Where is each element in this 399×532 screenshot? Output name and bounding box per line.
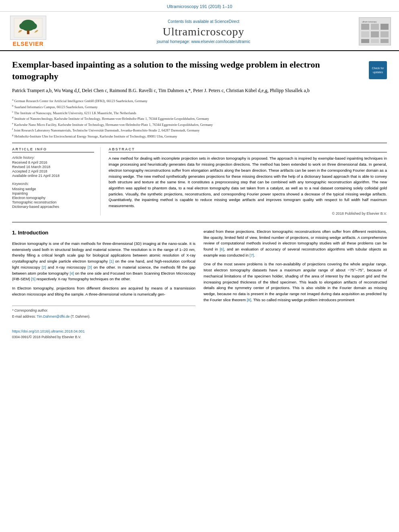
svg-rect-12 <box>380 31 389 37</box>
intro-para-right1: erated from these projections. Electron … <box>204 229 387 259</box>
authors: Patrick Trampert a,b, Wu Wang d,f, Delei… <box>12 87 387 94</box>
introduction-heading: 1. Introduction <box>12 229 195 237</box>
affiliation-c: c The Institute of Nanoscopy, Maastricht… <box>12 110 387 116</box>
ref-5: [5] <box>31 277 36 281</box>
svg-rect-13 <box>361 39 369 43</box>
svg-rect-9 <box>380 24 389 30</box>
article-title-section: Exemplar-based inpainting as a solution … <box>12 59 387 82</box>
ref-4: [4] <box>70 271 74 275</box>
affiliation-b: b Saarland Informatics Campus, 66123 Saa… <box>12 104 387 110</box>
history-label: Article history: <box>12 156 94 160</box>
sciencedirect-link[interactable]: ScienceDirect <box>214 19 239 24</box>
article-info-heading: ARTICLE INFO <box>12 147 94 152</box>
abstract-copyright: © 2018 Published by Elsevier B.V. <box>109 212 387 216</box>
svg-text:ultram icroscopy: ultram icroscopy <box>362 21 377 23</box>
article-title: Exemplar-based inpainting as a solution … <box>12 59 331 82</box>
journal-homepage: journal homepage: www.elsevier.com/locat… <box>48 39 359 44</box>
ref-6: [6] <box>220 247 224 251</box>
body-col-right: erated from these projections. Electron … <box>204 229 387 340</box>
svg-point-2 <box>19 23 27 29</box>
affiliation-g: g Helmholtz-Institute Ulm for Electroche… <box>12 133 387 139</box>
top-bar: Ultramicroscopy 191 (2018) 1–10 <box>0 0 399 12</box>
footnote-section: * Corresponding author. E-mail address: … <box>12 306 195 319</box>
keyword-electron-tomography: Electron tomography <box>12 196 94 200</box>
article-info-abstract: ARTICLE INFO Article history: Received 8… <box>12 147 387 215</box>
abstract-text: A new method for dealing with incomplete… <box>109 156 387 209</box>
affiliation-a: a German Research Center for Artificial … <box>12 98 387 104</box>
revised-date: Revised 16 March 2018 <box>12 165 94 169</box>
footer-copyright: 0304-3991/© 2018 Published by Elsevier B… <box>12 335 195 340</box>
intro-para1: Electron tomography is one of the main m… <box>12 241 195 282</box>
ref-3: [3] <box>88 265 92 269</box>
doi-link[interactable]: https://doi.org/10.1016/j.ultramic.2018.… <box>12 329 85 333</box>
elsevier-logo-image <box>10 16 46 40</box>
affiliation-e: e Karlsruhe Nano Micro Facility, Karlsru… <box>12 121 387 127</box>
svg-rect-15 <box>380 39 389 43</box>
intro-para2: In Electron tomography, projections from… <box>12 286 195 297</box>
available-date: Available online 21 April 2018 <box>12 174 94 178</box>
journal-reference: Ultramicroscopy 191 (2018) 1–10 <box>165 2 234 10</box>
elsevier-label: ELSEVIER <box>12 41 43 47</box>
abstract-heading: ABSTRACT <box>109 147 387 152</box>
keyword-missing-wedge: Missing wedge <box>12 187 94 191</box>
svg-rect-7 <box>361 24 369 30</box>
received-date: Received 8 April 2016 <box>12 160 94 164</box>
ref-2: [2] <box>42 265 46 269</box>
footnote-email-link[interactable]: Tim.Dahmen@dfki.de <box>37 314 70 318</box>
body-divider <box>12 222 387 222</box>
homepage-link[interactable]: www.elsevier.com/locate/ultramic <box>191 39 250 44</box>
footnote-corresponding: * Corresponding author. <box>12 308 195 313</box>
history-section: Article history: Received 8 April 2016 R… <box>12 156 94 178</box>
journal-header: ELSEVIER Contents lists available at Sci… <box>0 12 399 51</box>
journal-center: Contents lists available at ScienceDirec… <box>48 19 359 44</box>
keyword-dictionary-based: Dictionary-based approaches <box>12 205 94 209</box>
keywords-section: Keywords: Missing wedge Inpainting Elect… <box>12 182 94 209</box>
main-content: Exemplar-based inpainting as a solution … <box>0 51 399 348</box>
ref-7: [7] <box>250 253 254 257</box>
article-info-panel: ARTICLE INFO Article history: Received 8… <box>12 147 101 215</box>
accepted-date: Accepted 2 April 2018 <box>12 169 94 173</box>
abstract-section: ABSTRACT A new method for dealing with i… <box>109 147 387 215</box>
elsevier-logo: ELSEVIER <box>8 16 48 47</box>
ref-8: [8] <box>247 298 251 302</box>
svg-rect-10 <box>361 31 369 37</box>
journal-thumbnail: ultram icroscopy <box>359 17 391 45</box>
keyword-inpainting: Inpainting <box>12 191 94 195</box>
body-col-left: 1. Introduction Electron tomography is o… <box>12 229 195 340</box>
affiliation-f: f Joint Research Laboratory Nanomaterial… <box>12 127 387 133</box>
check-badge: Check for updates <box>369 61 387 79</box>
contents-line: Contents lists available at ScienceDirec… <box>48 19 359 24</box>
svg-rect-4 <box>27 30 29 34</box>
affiliations: a German Research Center for Artificial … <box>12 98 387 139</box>
svg-rect-8 <box>371 24 379 30</box>
journal-title: Ultramicroscopy <box>48 25 359 38</box>
svg-rect-14 <box>371 39 379 43</box>
intro-para-right2: One of the most severe problems is the n… <box>204 261 387 303</box>
keywords-label: Keywords: <box>12 182 94 186</box>
footer-doi-section: https://doi.org/10.1016/j.ultramic.2018.… <box>12 325 195 340</box>
ref-1: [1] <box>109 259 114 263</box>
affiliation-d: d Institute of Nanotechnology, Karlsruhe… <box>12 115 387 121</box>
svg-point-3 <box>29 23 37 29</box>
header-divider <box>12 143 387 143</box>
footnote-email: E-mail address: Tim.Dahmen@dfki.de (T. D… <box>12 314 195 319</box>
keyword-tomographic-reconstruction: Tomographic reconstruction <box>12 200 94 204</box>
svg-rect-11 <box>371 31 379 37</box>
body-two-col: 1. Introduction Electron tomography is o… <box>12 229 387 340</box>
